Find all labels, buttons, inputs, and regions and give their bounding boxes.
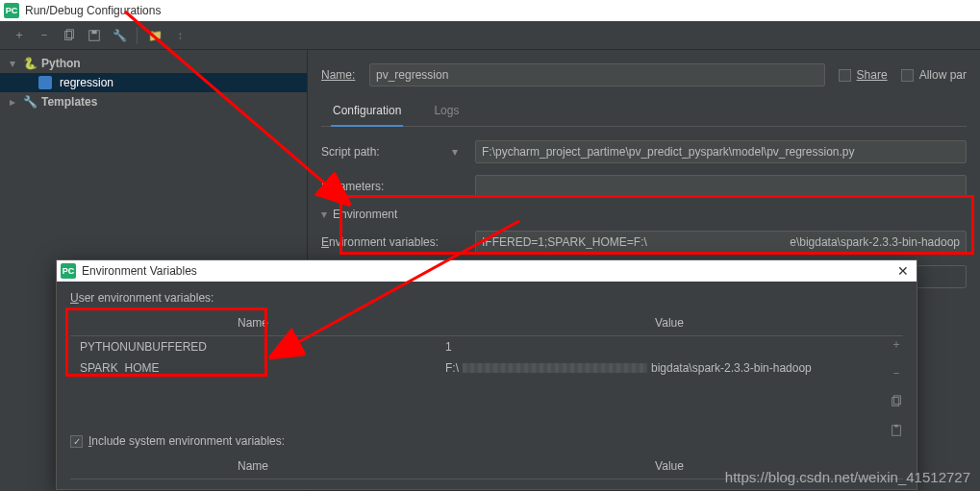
chevron-down-icon[interactable]: ▾: [452, 145, 458, 159]
config-toolbar: ＋ － 🔧 📁 ↕: [0, 21, 980, 50]
tree-node-run-config[interactable]: regression: [0, 73, 307, 92]
svg-rect-3: [91, 30, 96, 34]
wrench-icon: 🔧: [23, 95, 38, 109]
allow-parallel-checkbox[interactable]: [901, 69, 914, 82]
share-label: Share: [857, 68, 888, 82]
name-label: Name:: [321, 68, 355, 82]
tab-logs[interactable]: Logs: [432, 96, 461, 126]
table-row[interactable]: SPARK_HOME F:\ bigdata\spark-2.3.3-bin-h…: [70, 357, 903, 379]
sys-table-header: Name Value: [70, 454, 903, 479]
allow-parallel-label: Allow par: [919, 68, 967, 82]
share-checkbox[interactable]: [839, 69, 851, 82]
folder-icon[interactable]: 📁: [147, 28, 163, 43]
chevron-down-icon[interactable]: ▾: [321, 208, 327, 221]
environment-section-label: Environment: [333, 208, 397, 221]
env-vars-label: Environment variables:: [321, 235, 475, 249]
pycharm-icon: PC: [4, 3, 19, 18]
col-name: Name: [70, 310, 436, 335]
close-icon[interactable]: ✕: [893, 263, 913, 279]
dialog-title: Environment Variables: [82, 264, 888, 278]
name-input[interactable]: pv_regression: [369, 63, 825, 86]
pycharm-icon: PC: [61, 263, 76, 279]
separator: [137, 27, 138, 44]
env-vars-table[interactable]: PYTHONUNBUFFERED 1 SPARK_HOME F:\ bigdat…: [70, 336, 903, 417]
tab-configuration[interactable]: Configuration: [331, 96, 403, 127]
col-name: Name: [70, 454, 436, 479]
include-system-label: Include system environment variables:: [88, 434, 285, 448]
col-value: Value: [436, 310, 903, 335]
env-vars-dialog: PC Environment Variables ✕ User environm…: [56, 259, 917, 490]
remove-icon[interactable]: －: [886, 362, 907, 383]
include-system-checkbox[interactable]: [70, 435, 83, 448]
config-tabs: Configuration Logs: [321, 96, 967, 127]
add-icon[interactable]: ＋: [886, 333, 907, 355]
script-path-label: Script path:▾: [321, 145, 475, 159]
col-value: Value: [436, 454, 903, 479]
paste-icon[interactable]: [886, 420, 907, 441]
python-file-icon: [38, 76, 52, 89]
script-path-input[interactable]: F:\pycharm_project_partime\pv_predict_py…: [475, 140, 967, 163]
copy-icon[interactable]: [886, 391, 907, 412]
user-env-label: User environment variables:: [70, 291, 903, 305]
dialog-title-bar: PC Environment Variables ✕: [57, 260, 917, 282]
parameters-label: Parameters:: [321, 180, 475, 193]
wrench-icon[interactable]: 🔧: [112, 28, 127, 43]
window-title: Run/Debug Configurations: [25, 4, 161, 17]
tree-node-python[interactable]: ▾ 🐍 Python: [0, 54, 307, 73]
remove-icon[interactable]: －: [37, 28, 52, 43]
chevron-down-icon: ▾: [10, 57, 19, 70]
copy-icon[interactable]: [62, 28, 77, 43]
table-row[interactable]: PYTHONUNBUFFERED 1: [70, 336, 903, 357]
parameters-input[interactable]: [475, 175, 967, 198]
table-header: Name Value: [70, 310, 903, 336]
save-icon[interactable]: [87, 28, 102, 43]
svg-rect-7: [894, 425, 898, 428]
sort-icon[interactable]: ↕: [172, 28, 188, 43]
add-icon[interactable]: ＋: [12, 28, 27, 43]
env-vars-input[interactable]: IFFERED=1;SPARK_HOME=F:\ e\bigdata\spark…: [475, 231, 967, 254]
chevron-right-icon: ▸: [10, 95, 19, 109]
window-title-bar: PC Run/Debug Configurations: [0, 0, 980, 21]
python-icon: 🐍: [23, 57, 38, 70]
tree-node-templates[interactable]: ▸ 🔧 Templates: [0, 92, 307, 111]
